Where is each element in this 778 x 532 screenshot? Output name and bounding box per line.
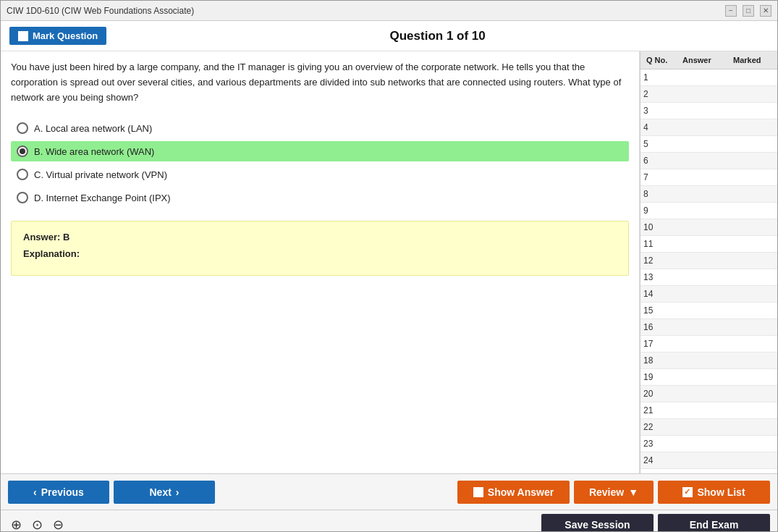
- row-answer: [677, 138, 727, 151]
- row-answer: [677, 154, 727, 167]
- row-answer: [677, 387, 727, 400]
- row-qno: 2: [640, 88, 677, 101]
- row-marked: [727, 104, 771, 117]
- previous-button[interactable]: ‹ Previous: [8, 481, 109, 504]
- question-list-row[interactable]: 11: [640, 236, 777, 253]
- question-list-row[interactable]: 17: [640, 336, 777, 352]
- radio-c: [17, 169, 28, 180]
- row-qno: 11: [640, 237, 677, 250]
- prev-arrow-icon: ‹: [33, 486, 37, 498]
- row-qno: 19: [640, 371, 677, 384]
- option-c-label: C. Virtual private network (VPN): [34, 169, 167, 180]
- row-marked: [727, 337, 771, 350]
- review-button[interactable]: Review ▼: [574, 481, 654, 504]
- question-list-row[interactable]: 22: [640, 419, 777, 436]
- row-marked: [727, 187, 771, 200]
- mark-question-button[interactable]: Mark Question: [9, 27, 106, 45]
- radio-d: [17, 192, 28, 203]
- question-list-row[interactable]: 21: [640, 402, 777, 419]
- title-text: CIW 1D0-610 (CIW Web Foundations Associa…: [7, 6, 194, 16]
- row-marked: [727, 354, 771, 367]
- question-list-row[interactable]: 23: [640, 436, 777, 452]
- question-list-row[interactable]: 8: [640, 186, 777, 203]
- radio-a: [17, 122, 28, 134]
- row-answer: [677, 88, 727, 101]
- show-list-button[interactable]: Show List: [658, 481, 770, 504]
- review-label: Review: [589, 486, 624, 498]
- previous-label: Previous: [41, 486, 84, 498]
- row-qno: 13: [640, 271, 677, 284]
- row-marked: [727, 171, 771, 184]
- next-button[interactable]: Next ›: [114, 481, 215, 504]
- question-list-row[interactable]: 14: [640, 286, 777, 303]
- row-marked: [727, 437, 771, 450]
- question-list-header: Q No. Answer Marked: [640, 51, 777, 69]
- col-answer-header: Answer: [680, 54, 730, 66]
- question-list-row[interactable]: 16: [640, 319, 777, 336]
- mark-checkbox-icon: [18, 31, 28, 41]
- minimize-button[interactable]: −: [725, 5, 737, 17]
- question-list-row[interactable]: 25: [640, 469, 777, 473]
- row-answer: [677, 71, 727, 84]
- row-marked: [727, 371, 771, 384]
- question-list-row[interactable]: 2: [640, 86, 777, 103]
- mark-question-label: Mark Question: [33, 30, 98, 41]
- main-layout: You have just been hired by a large comp…: [1, 51, 777, 473]
- zoom-in-button[interactable]: ⊕: [8, 515, 25, 533]
- row-marked: [727, 321, 771, 334]
- review-dropdown-icon: ▼: [628, 486, 638, 498]
- row-qno: 25: [640, 470, 677, 473]
- question-list-row[interactable]: 6: [640, 153, 777, 169]
- row-qno: 6: [640, 154, 677, 167]
- question-list-row[interactable]: 15: [640, 303, 777, 319]
- next-label: Next: [149, 486, 171, 498]
- row-qno: 9: [640, 204, 677, 217]
- question-list-row[interactable]: 24: [640, 452, 777, 469]
- row-qno: 20: [640, 387, 677, 400]
- options-list: A. Local area network (LAN) B. Wide area…: [11, 118, 629, 208]
- option-d[interactable]: D. Internet Exchange Point (IPX): [11, 187, 629, 208]
- question-list-row[interactable]: 18: [640, 352, 777, 369]
- bottom-bar2: ⊕ ⊙ ⊖ Save Session End Exam: [1, 510, 777, 532]
- save-session-button[interactable]: Save Session: [541, 514, 654, 533]
- zoom-out-button[interactable]: ⊖: [50, 515, 67, 533]
- zoom-reset-button[interactable]: ⊙: [29, 515, 46, 533]
- question-list-row[interactable]: 7: [640, 169, 777, 186]
- row-answer: [677, 271, 727, 284]
- close-button[interactable]: ✕: [760, 5, 771, 17]
- row-qno: 8: [640, 187, 677, 200]
- question-list-row[interactable]: 19: [640, 369, 777, 386]
- question-list-row[interactable]: 4: [640, 119, 777, 136]
- question-list-row[interactable]: 5: [640, 136, 777, 153]
- question-list-row[interactable]: 3: [640, 103, 777, 119]
- row-answer: [677, 321, 727, 334]
- question-list-row[interactable]: 10: [640, 219, 777, 236]
- show-list-label: Show List: [697, 486, 745, 498]
- question-list-row[interactable]: 20: [640, 386, 777, 402]
- question-text: You have just been hired by a large comp…: [11, 60, 629, 105]
- row-qno: 1: [640, 71, 677, 84]
- row-answer: [677, 104, 727, 117]
- row-answer: [677, 470, 727, 473]
- show-answer-button[interactable]: Show Answer: [457, 481, 570, 504]
- maximize-button[interactable]: □: [743, 5, 754, 17]
- col-marked-header: Marked: [730, 54, 774, 66]
- window-controls: − □ ✕: [725, 5, 771, 17]
- row-marked: [727, 470, 771, 473]
- row-qno: 5: [640, 138, 677, 151]
- show-answer-checkbox-icon: [473, 487, 483, 497]
- row-qno: 14: [640, 287, 677, 300]
- question-list-row[interactable]: 12: [640, 253, 777, 269]
- row-marked: [727, 154, 771, 167]
- question-list-row[interactable]: 13: [640, 269, 777, 286]
- row-answer: [677, 254, 727, 267]
- end-exam-button[interactable]: End Exam: [658, 514, 770, 533]
- row-qno: 3: [640, 104, 677, 117]
- option-a[interactable]: A. Local area network (LAN): [11, 118, 629, 138]
- option-b[interactable]: B. Wide area network (WAN): [11, 141, 629, 161]
- titlebar: CIW 1D0-610 (CIW Web Foundations Associa…: [1, 1, 777, 21]
- question-list-row[interactable]: 9: [640, 203, 777, 219]
- row-marked: [727, 304, 771, 317]
- option-c[interactable]: C. Virtual private network (VPN): [11, 164, 629, 185]
- question-list-row[interactable]: 1: [640, 69, 777, 86]
